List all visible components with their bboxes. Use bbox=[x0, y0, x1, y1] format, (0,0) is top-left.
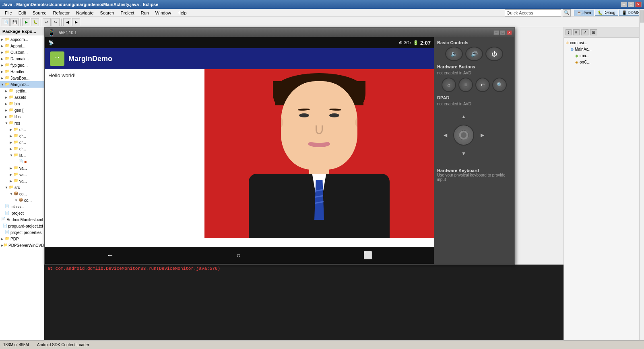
back-nav-icon[interactable]: ← bbox=[107, 251, 114, 260]
tree-item-va2[interactable]: ▶ 📁 va... bbox=[0, 171, 44, 178]
tree-item-custom[interactable]: ▶ 📁 Custom... bbox=[0, 49, 44, 55]
close-button[interactable]: ✕ bbox=[635, 2, 642, 7]
tree-item-pdp[interactable]: ▶ 📁 PDP bbox=[0, 236, 44, 242]
tree-item-bin[interactable]: ▶ 📁 bin bbox=[0, 101, 44, 107]
forward-button[interactable]: ▶ bbox=[72, 18, 80, 26]
tree-item-la[interactable]: ▼ 📁 la... bbox=[0, 152, 44, 158]
minimize-button[interactable]: ─ bbox=[621, 2, 627, 7]
dpad-center[interactable] bbox=[453, 125, 474, 146]
menu-bar: File Edit Source Refactor Navigate Searc… bbox=[0, 9, 644, 17]
quick-access-input[interactable]: Quick Access bbox=[505, 9, 561, 16]
dpad-down[interactable]: ▼ bbox=[453, 146, 474, 162]
dpad-right[interactable]: ▶ bbox=[474, 125, 490, 146]
tree-item-manifest[interactable]: 📄 AndroidManifest.xml bbox=[0, 216, 44, 223]
save-button[interactable]: 💾 bbox=[10, 18, 19, 26]
home-nav-icon[interactable]: ○ bbox=[237, 251, 241, 260]
tree-item-margind[interactable]: ▼ 📁 MarginD... bbox=[0, 81, 44, 88]
tree-item-va3[interactable]: ▶ 📁 va... bbox=[0, 178, 44, 184]
tree-item-danmak[interactable]: ▶ 📁 Danmak... bbox=[0, 55, 44, 62]
volume-controls: 🔈 🔊 ⏻ bbox=[437, 47, 511, 61]
search-icon[interactable]: 🔍 bbox=[563, 9, 571, 16]
menu-file[interactable]: File bbox=[2, 10, 15, 16]
tree-item-javabook[interactable]: ▶ 📁 JavaBoo... bbox=[0, 75, 44, 81]
tree-item-src[interactable]: ▼ 📁 src bbox=[0, 184, 44, 191]
new-button[interactable]: 📄 bbox=[2, 18, 10, 26]
svg-point-2 bbox=[58, 57, 59, 58]
separator-3 bbox=[61, 18, 62, 26]
keyboard-desc: Use your physical keyboard to provide in… bbox=[437, 173, 511, 182]
menu-run[interactable]: Run bbox=[138, 10, 152, 16]
tree-item-layout-file[interactable]: 📄 ■ bbox=[0, 158, 44, 165]
search-button[interactable]: 🔍 bbox=[492, 78, 507, 92]
menu-refactor[interactable]: Refactor bbox=[50, 10, 73, 16]
back-button-hw[interactable]: ↩ bbox=[475, 78, 490, 92]
android-app-title: MarginDemo bbox=[68, 55, 112, 63]
menu-window[interactable]: Window bbox=[152, 10, 174, 16]
window-title: Java - MarginDemo/src/com/using/marginde… bbox=[2, 2, 158, 7]
tree-item-res[interactable]: ▼ 📁 res bbox=[0, 120, 44, 126]
tree-item-dr3[interactable]: ▶ 📁 dr... bbox=[0, 139, 44, 146]
home-button[interactable]: ⌂ bbox=[442, 78, 456, 92]
dpad-section: DPAD not enabled in AVD ▲ ◀ bbox=[437, 95, 511, 163]
title-bar: Java - MarginDemo/src/com/using/marginde… bbox=[0, 0, 644, 9]
package-tree: ▶ 📁 appcom... ▶ 📁 Apprai... ▶ 📁 Custom..… bbox=[0, 35, 44, 340]
menu-project[interactable]: Project bbox=[117, 10, 137, 16]
keyboard-section: Hardware Keyboard Use your physical keyb… bbox=[437, 168, 511, 182]
avd-close[interactable]: ✕ bbox=[506, 30, 512, 35]
tree-item-gen[interactable]: ▶ 📁 gen [ bbox=[0, 107, 44, 113]
dpad-left[interactable]: ◀ bbox=[437, 125, 453, 146]
rtree-onc[interactable]: ◈ onC... bbox=[564, 59, 644, 65]
tree-item-pdpserver[interactable]: ▶ 📁 PDPServerWinCVBS bbox=[0, 242, 44, 248]
right-panel-toolbar-btn3[interactable]: ↗ bbox=[581, 29, 588, 35]
perspective-debug[interactable]: 🐛 Debug bbox=[595, 10, 618, 16]
back-button[interactable]: ◀ bbox=[63, 18, 71, 26]
right-panel-toolbar-btn2[interactable]: ≡ bbox=[573, 29, 580, 35]
perspective-java[interactable]: ☕ Java bbox=[574, 10, 594, 16]
menu-help[interactable]: Help bbox=[174, 10, 190, 16]
volume-down-button[interactable]: 🔈 bbox=[445, 47, 463, 61]
dpad-up[interactable]: ▲ bbox=[453, 109, 474, 125]
tree-item-handler[interactable]: ▶ 📁 Handler... bbox=[0, 68, 44, 75]
power-button[interactable]: ⏻ bbox=[485, 47, 503, 61]
menu-edit[interactable]: Edit bbox=[15, 10, 29, 16]
tree-item-va1[interactable]: ▶ 📁 va... bbox=[0, 165, 44, 171]
run-button[interactable]: ▶ bbox=[22, 18, 30, 26]
rtree-mainac[interactable]: ⊕ MainAc... bbox=[564, 46, 644, 52]
tree-item-classfile[interactable]: 📄 .class... bbox=[0, 203, 44, 210]
tree-item-dr1[interactable]: ▶ 📁 dr... bbox=[0, 126, 44, 133]
tree-item-dr2[interactable]: ▶ 📁 dr... bbox=[0, 133, 44, 139]
right-panel-toolbar-btn1[interactable]: ↕ bbox=[566, 29, 572, 35]
tree-item-dr4[interactable]: ▶ 📁 dr... bbox=[0, 146, 44, 152]
rtree-com-usi[interactable]: ⊕ com.usi... bbox=[564, 39, 644, 46]
maximize-button[interactable]: □ bbox=[628, 2, 634, 7]
tree-item-appcom[interactable]: ▶ 📁 appcom... bbox=[0, 36, 44, 43]
tree-item-libs[interactable]: ▶ 📁 libs bbox=[0, 113, 44, 120]
avd-minimize[interactable]: ─ bbox=[493, 30, 499, 35]
undo-button[interactable]: ↩ bbox=[43, 18, 51, 26]
menu-source[interactable]: Source bbox=[29, 10, 50, 16]
error-text: at com.android.ddmlib.DeviceMonitor$3.ru… bbox=[47, 266, 220, 271]
redo-button[interactable]: ↪ bbox=[52, 18, 60, 26]
tree-item-co2[interactable]: ▼ 📦 co... bbox=[0, 197, 44, 203]
right-panel-toolbar-btn4[interactable]: ⊞ bbox=[590, 29, 597, 35]
menu-button[interactable]: ≡ bbox=[458, 78, 473, 92]
tree-item-project-props[interactable]: 📄 project.properties bbox=[0, 229, 44, 236]
tree-item-flypigeo[interactable]: ▶ 📁 flypigeo... bbox=[0, 62, 44, 68]
tree-item-co1[interactable]: ▼ 📦 co... bbox=[0, 191, 44, 197]
recents-nav-icon[interactable]: ⬜ bbox=[363, 251, 372, 260]
menu-navigate[interactable]: Navigate bbox=[73, 10, 97, 16]
debug-button[interactable]: 🐛 bbox=[31, 18, 39, 26]
dpad-empty-tl bbox=[437, 109, 453, 125]
volume-up-button[interactable]: 🔊 bbox=[465, 47, 483, 61]
toolbar: 📄 💾 ▶ 🐛 ↩ ↪ ◀ ▶ bbox=[0, 17, 644, 27]
tree-item-project[interactable]: 📄 .project bbox=[0, 210, 44, 216]
tree-item-apprai[interactable]: ▶ 📁 Apprai... bbox=[0, 43, 44, 49]
right-scrollbar[interactable] bbox=[639, 9, 644, 340]
tree-item-settings[interactable]: ▶ 📁 .settin... bbox=[0, 88, 44, 94]
tree-item-proguard[interactable]: 📄 proguard-project.txt bbox=[0, 223, 44, 229]
tree-item-assets[interactable]: ▶ 📁 assets bbox=[0, 94, 44, 101]
menu-search[interactable]: Search bbox=[97, 10, 118, 16]
avd-maximize[interactable]: □ bbox=[500, 30, 506, 35]
rtree-ima[interactable]: ◆ ima... bbox=[564, 52, 644, 59]
dpad-note: not enabled in AVD bbox=[437, 102, 511, 106]
